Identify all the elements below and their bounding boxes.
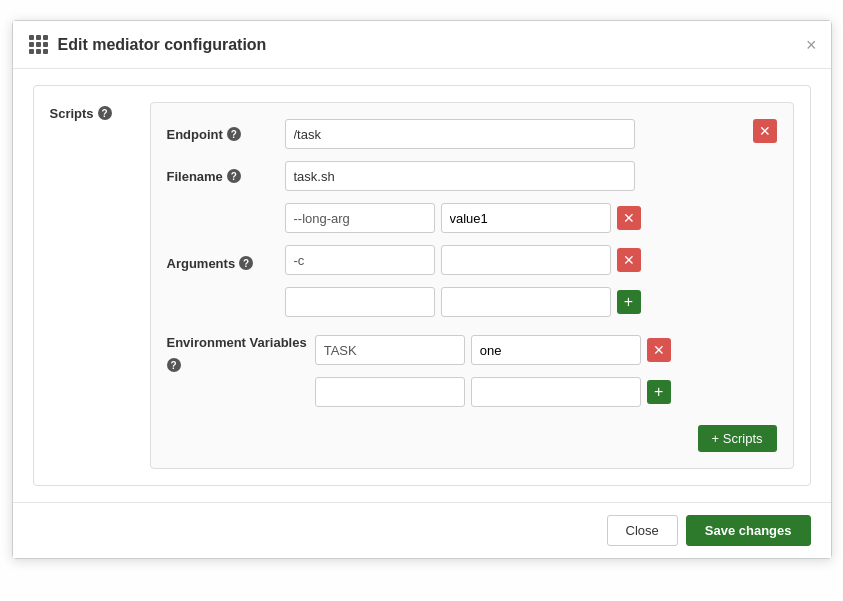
scripts-section-label: Scripts ?: [50, 102, 130, 469]
arg-val-3[interactable]: [441, 287, 611, 317]
arguments-help-icon[interactable]: ?: [239, 256, 253, 270]
arguments-section: Arguments ? ✕: [167, 203, 777, 323]
modal-title: Edit mediator configuration: [58, 36, 267, 54]
endpoint-input[interactable]: [285, 119, 635, 149]
env-label-area: Environment Variables ?: [167, 335, 307, 372]
env-val-2[interactable]: [471, 377, 641, 407]
env-row-1: ✕: [315, 335, 671, 365]
env-row-2: +: [315, 377, 671, 407]
scripts-inner: ✕ Endpoint ? Filename: [167, 119, 777, 452]
arg-add-button[interactable]: +: [617, 290, 641, 314]
arg-val-1[interactable]: [441, 203, 611, 233]
save-button[interactable]: Save changes: [686, 515, 811, 546]
arg-key-3[interactable]: [285, 287, 435, 317]
grid-icon: [29, 35, 48, 54]
arguments-rows: ✕ ✕: [285, 203, 641, 323]
modal-header: Edit mediator configuration ×: [13, 21, 831, 69]
filename-label: Filename ?: [167, 169, 277, 184]
env-remove-1[interactable]: ✕: [647, 338, 671, 362]
arg-remove-1[interactable]: ✕: [617, 206, 641, 230]
modal-body: Scripts ? ✕ Endpoint ?: [13, 69, 831, 502]
env-val-1[interactable]: [471, 335, 641, 365]
filename-help-icon[interactable]: ?: [227, 169, 241, 183]
add-scripts-bar: + Scripts: [167, 425, 777, 452]
arg-val-2[interactable]: [441, 245, 611, 275]
env-section: Environment Variables ? ✕: [167, 335, 777, 413]
env-add-button[interactable]: +: [647, 380, 671, 404]
env-header-row: Environment Variables ? ✕: [167, 335, 777, 413]
scripts-panel: ✕ Endpoint ? Filename: [150, 102, 794, 469]
env-key-1[interactable]: [315, 335, 465, 365]
scripts-section: Scripts ? ✕ Endpoint ?: [33, 85, 811, 486]
modal-footer: Close Save changes: [13, 502, 831, 558]
close-button[interactable]: Close: [607, 515, 678, 546]
env-help-icon[interactable]: ?: [167, 358, 181, 372]
modal-close-button[interactable]: ×: [806, 36, 817, 54]
remove-script-button[interactable]: ✕: [753, 119, 777, 143]
env-rows: ✕ +: [315, 335, 671, 413]
arg-row-2: ✕: [285, 245, 641, 275]
endpoint-row: Endpoint ?: [167, 119, 777, 149]
arguments-label: Arguments ?: [167, 256, 277, 271]
arg-key-2[interactable]: [285, 245, 435, 275]
arg-row-1: ✕: [285, 203, 641, 233]
env-key-2[interactable]: [315, 377, 465, 407]
endpoint-label: Endpoint ?: [167, 127, 277, 142]
arg-row-3: +: [285, 287, 641, 317]
filename-row: Filename ?: [167, 161, 777, 191]
arg-key-1[interactable]: [285, 203, 435, 233]
filename-input[interactable]: [285, 161, 635, 191]
endpoint-help-icon[interactable]: ?: [227, 127, 241, 141]
scripts-help-icon[interactable]: ?: [98, 106, 112, 120]
add-scripts-button[interactable]: + Scripts: [698, 425, 777, 452]
arguments-header-row: Arguments ? ✕: [167, 203, 777, 323]
arg-remove-2[interactable]: ✕: [617, 248, 641, 272]
